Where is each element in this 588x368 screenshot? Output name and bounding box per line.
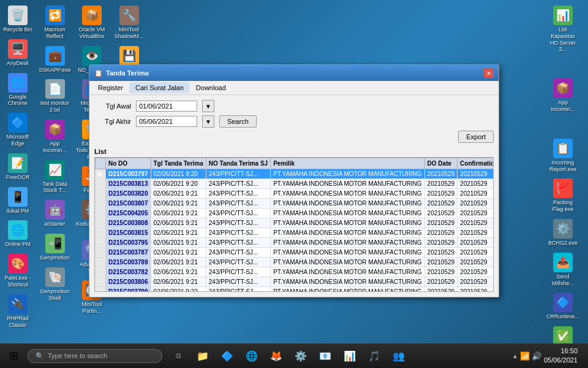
table-row[interactable]: D215C003795 02/06/2021 9:21 243/PPIC/TT-… (96, 238, 494, 248)
cell-tgl: 02/06/2021 9:21 (151, 277, 206, 287)
desktop-icon-bchg2[interactable]: ⚙️ BCHG2.exe (545, 217, 581, 249)
taskbar-clock[interactable]: 16:50 05/06/2021 (544, 347, 578, 366)
taskbar-icon-file-explorer[interactable]: 📁 (192, 345, 214, 367)
cell-pemilik: PT.YAMAHA INDONESIA MOTOR MANUFACTURING (271, 199, 424, 209)
table-row[interactable]: D215C003787 02/06/2021 9:21 243/PPIC/TT-… (96, 248, 494, 258)
table-row[interactable]: D215C003799 02/06/2021 9:22 243/PPIC/TT-… (96, 287, 494, 293)
desktop-icon-packing-flag[interactable]: 🚩 Packing Flag.exe (545, 176, 581, 215)
desktop-icon-microsoft-edge[interactable]: 🔷 Microsoft Edge (0, 110, 36, 150)
cell-conf-date: 20210529 (458, 169, 494, 179)
desktop-icon-oracle-vm[interactable]: 📦 Oracle VM VirtualBox (74, 3, 110, 42)
taskbar-icon-edge[interactable]: 🔷 (216, 345, 238, 367)
tgl-awal-dropdown[interactable]: ▼ (202, 100, 214, 112)
taskbar-icon-spotify[interactable]: 🎵 (363, 345, 385, 367)
table-row[interactable]: ▶ D215C003797 02/06/2021 9:20 243/PPIC/T… (96, 169, 494, 179)
desktop-icon-minitool-shadow[interactable]: 🔧 MiniTool ShadowM... (111, 3, 147, 42)
tgl-akhir-dropdown[interactable]: ▼ (202, 115, 214, 128)
th-indicator (96, 158, 106, 169)
cell-pemilik: PT.YAMAHA INDONESIA MOTOR MANUFACTURING (271, 267, 424, 277)
cell-no-tt: 243/PPIC/TT-SJ... (206, 277, 270, 287)
list-label: List (94, 148, 494, 155)
search-button[interactable]: Search (219, 115, 257, 128)
table-row[interactable]: D215C003807 02/06/2021 9:21 243/PPIC/TT-… (96, 199, 494, 209)
desktop-icon-freeocr[interactable]: 📝 FreeOCR (0, 151, 36, 183)
dialog-title-icon: 📋 (94, 69, 103, 77)
cell-no-do: D215C003806 (106, 277, 151, 287)
desktop-icon-recycle-bin[interactable]: 🗑️ Recycle Bin (0, 3, 36, 36)
taskbar-icon-chrome[interactable]: 🌐 (241, 345, 263, 367)
table-row[interactable]: D215C003806 02/06/2021 9:21 243/PPIC/TT-… (96, 277, 494, 287)
cell-no-tt: 243/PPIC/TT-SJ... (206, 287, 270, 293)
table-row[interactable]: D215C003808 02/06/2021 9:21 243/PPIC/TT-… (96, 218, 494, 228)
export-button[interactable]: Export (458, 131, 494, 143)
tgl-awal-input[interactable] (136, 101, 197, 112)
taskbar-icon-excel[interactable]: 📊 (339, 345, 361, 367)
cell-no-tt: 243/PPIC/TT-SJ... (206, 169, 270, 179)
desktop-icon-crruntime[interactable]: 🔷 CRRuntime... (545, 290, 581, 323)
desktop-icon-genymotion[interactable]: 📲 Genymotion (37, 231, 73, 264)
desktop-icons-right: 📊 List Kapasitas HD Server 2... 📦 App In… (545, 3, 588, 343)
cell-do-date: 20210529 (424, 287, 458, 293)
start-button[interactable]: ⊞ (0, 343, 28, 368)
desktop-icon-list-kapasitas[interactable]: 📊 List Kapasitas HD Server 2... (545, 3, 581, 55)
desktop-icon-send-millshe[interactable]: 📤 Send Millshe... (545, 250, 581, 289)
dialog-close-button[interactable]: ✕ (484, 68, 494, 78)
cell-tgl: 02/06/2021 9:21 (151, 238, 206, 248)
desktop-icon-phprad[interactable]: 🔌 PHPRad Classic (0, 292, 36, 331)
row-indicator (96, 218, 106, 228)
desktop-icon-macrium[interactable]: 🔁 Macrium Reflect (37, 3, 73, 42)
data-table-container: No DO Tgl Tanda Terima NO Tanda Terima S… (94, 157, 494, 292)
cell-no-do: D215C003813 (106, 179, 151, 189)
desktop-icon-genymotion-shell[interactable]: 🐚 Genymotion Shell (37, 265, 73, 304)
desktop-icon-aistarter[interactable]: 🤖 aiStarter (37, 197, 73, 230)
desktop-icon-google-chrome[interactable]: 🌐 Google Chrome (0, 71, 36, 110)
desktop-icon-app-incomin2[interactable]: 📦 App Incomin... (545, 76, 581, 115)
desktop-icon-anydesk[interactable]: 🖥️ AnyDesk (0, 37, 36, 69)
tgl-akhir-row: Tgl Akhir ▼ Search (94, 115, 494, 128)
taskbar-icon-mail[interactable]: 📧 (314, 345, 336, 367)
th-conf-date: Confirmation Date (458, 158, 494, 169)
menu-cari-surat-jalan[interactable]: Cari Surat Jalan (129, 82, 190, 93)
dialog-menu: Register Cari Surat Jalan Download (89, 81, 499, 95)
cell-conf-date: 20210529 (458, 277, 494, 287)
taskbar-icon-settings[interactable]: ⚙️ (290, 345, 312, 367)
table-row[interactable]: D215C003782 02/06/2021 9:21 243/PPIC/TT-… (96, 267, 494, 277)
cell-pemilik: PT.YAMAHA INDONESIA MOTOR MANUFACTURING (271, 179, 424, 189)
cell-no-do: D215C003807 (106, 199, 151, 209)
tray-network-icon: 📶 (520, 351, 530, 361)
tgl-awal-label: Tgl Awal (94, 102, 131, 110)
taskbar-icon-teams[interactable]: 👥 (388, 345, 410, 367)
desktop-icon-daily-check[interactable]: ✅ Daily Check Server SSS... (545, 324, 581, 343)
row-indicator (96, 267, 106, 277)
cell-pemilik: PT.YAMAHA INDONESIA MOTOR MANUFACTURING (271, 287, 424, 293)
th-no-tt: NO Tanda Terima SJ (206, 158, 270, 169)
table-row[interactable]: D215C003789 02/06/2021 9:21 243/PPIC/TT-… (96, 258, 494, 267)
desktop-icon-online-pm[interactable]: 🌐 Online PM (0, 218, 36, 250)
desktop-icon-ilokal-pm[interactable]: 📱 ilokal PM (0, 185, 36, 217)
desktop-icon-sskapp[interactable]: 💼 SSKAPP.exe (37, 44, 73, 76)
taskbar-icon-task-view[interactable]: ⧉ (167, 345, 189, 367)
row-indicator (96, 199, 106, 209)
cell-pemilik: PT.YAMAHA INDONESIA MOTOR MANUFACTURING (271, 189, 424, 199)
table-row[interactable]: D215C004205 02/06/2021 9:21 243/PPIC/TT-… (96, 209, 494, 218)
cell-pemilik: PT.YAMAHA INDONESIA MOTOR MANUFACTURING (271, 209, 424, 218)
cell-no-tt: 243/PPIC/TT-SJ... (206, 248, 270, 258)
table-row[interactable]: D215C003820 02/06/2021 9:21 243/PPIC/TT-… (96, 189, 494, 199)
table-row[interactable]: D215C003813 02/06/2021 9:20 243/PPIC/TT-… (96, 179, 494, 189)
desktop-icon-palet[interactable]: 🎨 Palet.exe - Shortcut (0, 251, 36, 291)
tray-show-hidden[interactable]: ▲ (512, 353, 518, 359)
desktop-icon-tank-data[interactable]: 📈 Tank Data Stock T... (37, 158, 73, 197)
dialog-title: 📋 Tanda Terima (94, 69, 149, 77)
desktop-icon-incoming-report[interactable]: 📋 Incoming Report.exe (545, 136, 581, 175)
desktop-icon-app-incomin[interactable]: 📦 App Incomin... (37, 117, 73, 156)
taskbar-icon-firefox[interactable]: 🦊 (265, 345, 287, 367)
menu-register[interactable]: Register (92, 82, 129, 93)
cell-pemilik: PT.YAMAHA INDONESIA MOTOR MANUFACTURING (271, 258, 424, 267)
row-indicator (96, 189, 106, 199)
tgl-akhir-input[interactable] (136, 116, 197, 127)
menu-download[interactable]: Download (190, 82, 232, 93)
taskbar-search-bar[interactable]: 🔍 Type here to search (28, 349, 162, 363)
desktop-icon-test-monitor[interactable]: 📄 test monitor 2.txt (37, 77, 73, 116)
cell-do-date: 20210529 (424, 277, 458, 287)
table-row[interactable]: D215C003815 02/06/2021 9:21 243/PPIC/TT-… (96, 228, 494, 238)
